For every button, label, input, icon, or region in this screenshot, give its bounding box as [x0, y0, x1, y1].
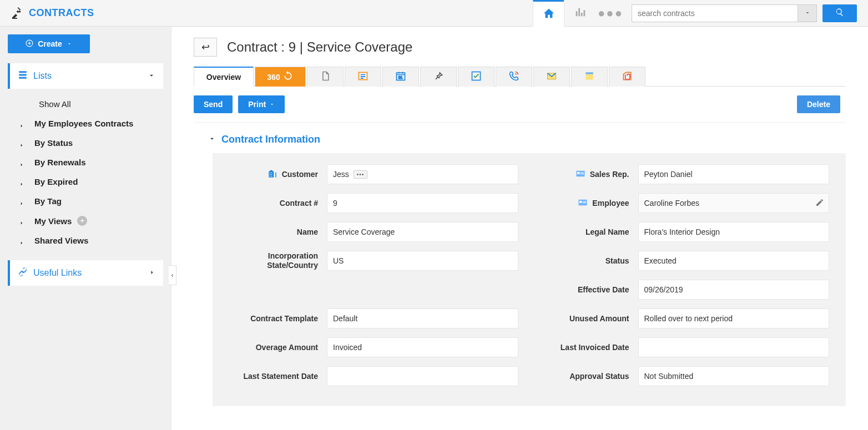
print-button[interactable]: Print [238, 95, 285, 113]
chevron-right-icon [19, 199, 24, 204]
topnav-home[interactable] [533, 0, 564, 27]
main: ↩ Contract : 9 | Service Coverage Overvi… [171, 27, 868, 430]
id-card-icon [576, 169, 586, 180]
sidebar-lists-header[interactable]: Lists [8, 63, 163, 89]
field-label: Approval Status [541, 372, 638, 381]
tab-360[interactable]: 360 [255, 67, 306, 87]
field-value[interactable]: Peyton Daniel [638, 164, 830, 184]
field-value[interactable] [327, 366, 518, 386]
titlebar: ↩ Contract : 9 | Service Coverage [194, 38, 846, 57]
lookup-button[interactable]: ••• [354, 170, 368, 179]
field-label: IncorporationState/Country [229, 251, 327, 270]
sidebar-item-by-status[interactable]: By Status [8, 133, 163, 153]
refresh-icon [282, 70, 294, 83]
tab-notes[interactable] [307, 67, 344, 87]
sidebar-item-show-all[interactable]: Show All [8, 94, 163, 114]
field-label: Status [541, 256, 638, 265]
plus-circle-icon [26, 39, 33, 49]
building-icon [268, 169, 277, 180]
field-incorporation: IncorporationState/Country US [229, 251, 518, 271]
search-button[interactable] [822, 4, 857, 22]
attachment-icon [622, 70, 633, 83]
phone-icon [508, 70, 519, 83]
field-last-invoiced: Last Invoiced Date [541, 337, 830, 357]
sidebar: Create Lists Show All My Employees [0, 27, 171, 430]
sidebar-item-my-employees[interactable]: My Employees Contracts [8, 114, 163, 133]
field-name: Name Service Coverage [229, 222, 518, 242]
field-value[interactable]: Invoiced [327, 337, 518, 357]
sidebar-item-by-renewals[interactable]: By Renewals [8, 153, 163, 172]
field-value[interactable]: 09/26/2019 [638, 280, 830, 300]
field-unused-amount: Unused Amount Rolled over to next period [541, 308, 830, 328]
lists-label: Lists [33, 71, 52, 81]
field-approval-status: Approval Status Not Submitted [541, 366, 830, 386]
form-grid: Customer Jess ••• Contract # 9 Name Serv… [213, 153, 846, 406]
create-label: Create [38, 39, 62, 48]
field-label: Effective Date [541, 285, 638, 294]
sidebar-item-label: My Views [34, 216, 72, 226]
send-button[interactable]: Send [194, 95, 233, 113]
sidebar-item-by-expired[interactable]: By Expired [8, 172, 163, 191]
field-value[interactable] [638, 337, 830, 357]
form-col-left: Customer Jess ••• Contract # 9 Name Serv… [229, 164, 518, 395]
field-value[interactable]: 9 [327, 193, 518, 213]
button-label: Print [248, 100, 266, 109]
field-value[interactable]: Rolled over to next period [638, 308, 830, 328]
field-label: Unused Amount [541, 314, 638, 323]
sidebar-list: Show All My Employees Contracts By Statu… [8, 89, 163, 256]
field-value[interactable]: Caroline Forbes [638, 193, 830, 213]
note-icon [584, 70, 595, 83]
field-last-statement: Last Statement Date [229, 366, 518, 386]
svg-rect-11 [581, 174, 584, 174]
field-value[interactable]: Flora's Interior Design [638, 222, 830, 242]
tab-email[interactable] [533, 67, 570, 87]
checkbox-icon [471, 70, 482, 83]
tab-sticky[interactable] [571, 67, 608, 87]
tab-pin[interactable] [420, 67, 457, 87]
tab-attachments[interactable] [609, 67, 645, 87]
field-value[interactable]: Service Coverage [327, 222, 518, 242]
home-icon [543, 7, 555, 21]
svg-rect-7 [586, 72, 593, 74]
chevron-right-icon [19, 179, 24, 185]
tab-calendar[interactable]: 31 [382, 67, 419, 87]
tab-label: 360 [267, 73, 280, 82]
chevron-down-icon [804, 9, 811, 18]
sidebar-item-my-views[interactable]: My Views + [8, 211, 163, 231]
chevron-right-icon [19, 238, 24, 244]
pencil-icon[interactable] [815, 198, 824, 209]
sidebar-item-shared-views[interactable]: Shared Views [8, 231, 163, 250]
sidebar-item-label: Shared Views [34, 236, 88, 245]
back-button[interactable]: ↩ [194, 38, 217, 57]
field-label: Overage Amount [229, 343, 327, 352]
tab-tasks[interactable] [458, 67, 494, 87]
search-input[interactable] [632, 4, 798, 22]
field-label: Name [229, 227, 327, 236]
search-dropdown[interactable] [798, 4, 817, 22]
form-col-right: Sales Rep. Peyton Daniel Employee Caroli… [541, 164, 830, 395]
field-label: Contract # [229, 199, 327, 208]
chevron-right-icon [19, 160, 24, 165]
caret-down-icon [269, 100, 275, 109]
sidebar-item-by-tag[interactable]: By Tag [8, 191, 163, 211]
tab-details[interactable] [345, 67, 381, 87]
svg-rect-13 [579, 201, 582, 203]
section-contract-info-head[interactable]: Contract Information [208, 134, 846, 145]
sidebar-useful-links[interactable]: Useful Links [8, 260, 163, 286]
tab-calls[interactable] [496, 67, 532, 87]
field-value[interactable]: Default [327, 308, 518, 328]
add-view-icon[interactable]: + [77, 216, 87, 226]
delete-button[interactable]: Delete [797, 95, 840, 113]
tab-overview[interactable]: Overview [194, 67, 254, 87]
field-value[interactable]: US [327, 251, 518, 271]
topnav-reports[interactable] [564, 0, 595, 27]
dots-icon: ●●● [598, 6, 623, 21]
field-value[interactable]: Not Submitted [638, 366, 830, 386]
field-value[interactable]: Executed [638, 251, 830, 271]
chevron-right-icon [149, 269, 155, 277]
list-icon [357, 70, 369, 83]
create-button[interactable]: Create [8, 34, 90, 53]
topnav-more[interactable]: ●●● [595, 6, 626, 21]
field-value[interactable]: Jess ••• [327, 164, 518, 184]
sidebar-collapse[interactable]: ‹ [169, 265, 176, 285]
